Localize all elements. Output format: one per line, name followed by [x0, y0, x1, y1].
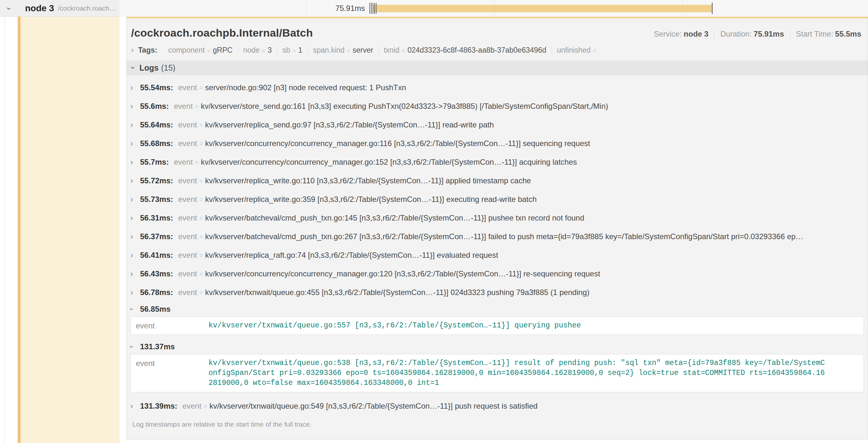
log-row[interactable]: › 55.73ms: event = kv/kvserver/replica_w…	[130, 190, 864, 209]
chevron-right-icon[interactable]: ›	[130, 288, 140, 297]
log-tick-marks	[369, 3, 378, 14]
equals-sign: =	[204, 403, 207, 410]
chevron-right-icon[interactable]: ›	[130, 83, 140, 92]
span-end-tick	[712, 3, 713, 14]
span-detail-panel: /cockroach.roachpb.Internal/Batch Servic…	[126, 17, 868, 440]
selected-span-name-column[interactable]	[21, 16, 120, 443]
chevron-right-icon[interactable]: ›	[130, 176, 140, 185]
meta-item: Service:node 3	[648, 30, 714, 38]
log-field-key: event	[178, 269, 197, 278]
meta-value: node 3	[684, 30, 708, 38]
log-timestamp: 55.7ms:	[140, 158, 169, 167]
equals-sign: =	[195, 103, 198, 110]
chevron-right-icon[interactable]: ›	[130, 195, 140, 204]
log-field-key: event	[178, 288, 197, 297]
left-divider	[4, 0, 5, 443]
collapse-span-chevron[interactable]: ›	[8, 0, 10, 17]
log-row[interactable]: › 55.54ms: event = server/node.go:902 [n…	[130, 78, 864, 97]
log-message: kv/kvserver/batcheval/cmd_push_txn.go:14…	[205, 213, 864, 223]
log-row[interactable]: › 131.39ms: event = kv/kvserver/txnwait/…	[130, 397, 864, 415]
equals-sign: =	[199, 121, 203, 128]
chevron-down-icon: ›	[127, 345, 136, 348]
log-row[interactable]: › 56.43ms: event = kv/kvserver/concurren…	[130, 265, 864, 283]
chevron-right-icon[interactable]: ›	[130, 121, 140, 129]
equals-sign: =	[593, 47, 596, 54]
log-entry-expanded: › 56.85ms event kv/kvserver/txnwait/queu…	[130, 302, 864, 335]
chevron-right-icon[interactable]: ›	[130, 402, 140, 411]
tag-item[interactable]: txnid=024d3323-6c8f-4863-aa8b-37ab0e6349…	[378, 46, 552, 55]
log-row[interactable]: › 56.78ms: event = kv/kvserver/txnwait/q…	[130, 283, 864, 302]
equals-sign: =	[199, 196, 203, 203]
logs-count: (15)	[161, 63, 176, 73]
ruler-gridline	[306, 0, 307, 17]
meta-item: Start Time:55.5ms	[790, 30, 861, 38]
tag-value: 1	[298, 46, 302, 55]
tag-key: txnid	[384, 46, 400, 55]
tag-key: sb	[282, 46, 290, 55]
equals-sign: =	[402, 47, 405, 54]
equals-sign: =	[347, 47, 350, 54]
log-row[interactable]: › 55.68ms: event = kv/kvserver/concurren…	[130, 134, 864, 153]
chevron-right-icon[interactable]: ›	[130, 139, 140, 148]
log-row[interactable]: › 55.72ms: event = kv/kvserver/replica_w…	[130, 171, 864, 190]
tag-item[interactable]: node=3	[238, 46, 277, 55]
log-expanded-header[interactable]: › 131.37ms	[130, 339, 864, 354]
log-keyvalue-table: event kv/kvserver/txnwait/queue.go:538 […	[130, 354, 864, 392]
chevron-right-icon[interactable]: ›	[130, 232, 140, 241]
tag-item[interactable]: unfinished=	[552, 46, 604, 55]
meta-value: 75.91ms	[754, 30, 784, 38]
logs-section-header[interactable]: › Logs (15)	[127, 60, 868, 75]
log-keyvalue-row: event kv/kvserver/txnwait/queue.go:538 […	[136, 358, 858, 388]
equals-sign: =	[195, 159, 198, 166]
tag-item[interactable]: component=gRPC	[163, 46, 238, 55]
log-row[interactable]: › 56.37ms: event = kv/kvserver/batcheval…	[130, 227, 864, 246]
log-row[interactable]: › 56.31ms: event = kv/kvserver/batcheval…	[130, 209, 864, 227]
log-timestamp: 56.78ms:	[140, 288, 173, 297]
span-meta: Service:node 3 Duration:75.91ms Start Ti…	[648, 30, 861, 38]
meta-value: 55.5ms	[835, 30, 861, 38]
log-timestamp: 55.72ms:	[140, 176, 173, 185]
log-message: kv/kvserver/concurrency/concurrency_mana…	[205, 269, 864, 278]
log-field-key: event	[178, 139, 197, 148]
chevron-right-icon[interactable]: ›	[130, 269, 140, 278]
log-row[interactable]: › 55.64ms: event = kv/kvserver/replica_s…	[130, 115, 864, 134]
tags-row[interactable]: › Tags: component=gRPC node=3 sb=1 span.…	[127, 42, 868, 60]
log-field-key: event	[178, 213, 197, 223]
log-field-key: event	[178, 232, 197, 241]
log-field-key: event	[136, 358, 209, 388]
equals-sign: =	[199, 289, 203, 296]
log-field-key: event	[174, 158, 193, 167]
chevron-right-icon[interactable]: ›	[130, 213, 140, 223]
log-row[interactable]: › 55.6ms: event = kv/kvserver/store_send…	[130, 97, 864, 115]
equals-sign: =	[199, 252, 203, 259]
chevron-right-icon[interactable]: ›	[130, 158, 140, 167]
log-expanded-header[interactable]: › 56.85ms	[130, 302, 864, 316]
log-keyvalue-table: event kv/kvserver/txnwait/queue.go:557 […	[130, 316, 864, 335]
log-timestamp: 55.54ms:	[140, 83, 173, 92]
log-field-key: event	[178, 121, 197, 129]
meta-label: Duration:	[720, 30, 751, 38]
tag-value: 024d3323-6c8f-4863-aa8b-37ab0e63496d	[407, 46, 546, 55]
chevron-right-icon[interactable]: ›	[130, 251, 140, 260]
span-duration-label: 75.91ms	[335, 0, 365, 17]
tag-item[interactable]: span.kind=server	[307, 46, 378, 55]
timeline-row: › node 3 /cockroach.roach… 75.91ms	[0, 0, 868, 17]
equals-sign: =	[199, 233, 203, 240]
span-operation-name: /cockroach.roach…	[58, 4, 116, 12]
log-field-key: event	[178, 83, 197, 92]
chevron-right-icon[interactable]: ›	[130, 102, 140, 111]
chevron-down-icon: ›	[127, 308, 136, 310]
log-row[interactable]: › 55.7ms: event = kv/kvserver/concurrenc…	[130, 153, 864, 171]
tags-list: component=gRPC node=3 sb=1 span.kind=ser…	[163, 46, 604, 55]
tag-item[interactable]: sb=1	[277, 46, 307, 55]
equals-sign: =	[199, 177, 203, 184]
span-duration-bar[interactable]	[373, 5, 713, 12]
log-field-key: event	[178, 195, 197, 204]
log-message: kv/kvserver/concurrency/concurrency_mana…	[205, 139, 864, 148]
log-timestamp: 56.37ms:	[140, 232, 173, 241]
equals-sign: =	[207, 47, 210, 54]
equals-sign: =	[262, 47, 265, 54]
span-row-name[interactable]: node 3 /cockroach.roach…	[25, 0, 116, 17]
log-row[interactable]: › 56.41ms: event = kv/kvserver/replica_r…	[130, 246, 864, 265]
log-timestamp: 131.39ms:	[140, 402, 177, 411]
